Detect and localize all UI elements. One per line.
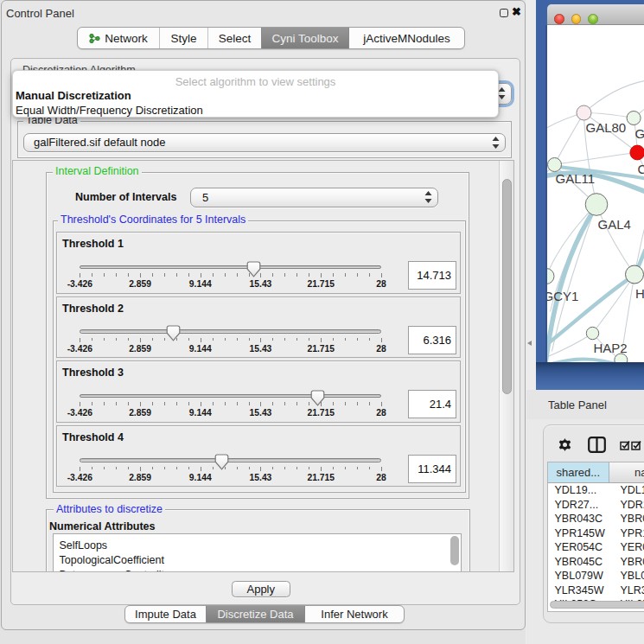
- tick-label: 2.859: [129, 473, 151, 482]
- node-table: shared... name YDL19...YDL19YDR27...YDR2…: [547, 462, 644, 613]
- node[interactable]: [614, 354, 627, 363]
- checkbox-icon[interactable]: [631, 440, 642, 450]
- minor-tick: [309, 273, 309, 277]
- table-row[interactable]: YBL079WYBL07: [548, 569, 644, 583]
- close-icon[interactable]: ✖: [512, 5, 521, 18]
- slider-track[interactable]: [80, 329, 381, 334]
- edge[interactable]: [596, 204, 634, 274]
- tab-network[interactable]: Network: [78, 28, 159, 48]
- number-of-intervals-combobox[interactable]: 5: [190, 188, 438, 207]
- tab-jactivemnodules[interactable]: jActiveMNodules: [348, 28, 464, 48]
- minor-tick: [188, 338, 189, 341]
- slider-track[interactable]: [80, 265, 381, 270]
- minor-tick: [213, 402, 214, 405]
- tab-discretize-data[interactable]: Discretize Data: [206, 606, 304, 622]
- network-window-titlebar[interactable]: [547, 4, 644, 25]
- minor-tick: [176, 467, 177, 470]
- table-row[interactable]: YPR145WYPR14: [548, 526, 644, 541]
- threshold-value-field[interactable]: 21.4: [408, 390, 456, 418]
- tab-cyni-toolbox[interactable]: Cyni Toolbox: [261, 28, 348, 48]
- GAL11-node[interactable]: [547, 157, 561, 171]
- minor-tick: [249, 338, 250, 341]
- minor-tick: [369, 467, 370, 470]
- minor-tick: [296, 273, 297, 277]
- minor-tick: [225, 338, 226, 341]
- H-node[interactable]: [625, 265, 643, 284]
- edge[interactable]: [554, 112, 583, 164]
- table-row[interactable]: YER054CYER05: [548, 540, 644, 555]
- node-label: GAL80: [585, 119, 626, 134]
- tick-label: 15.43: [250, 279, 272, 289]
- attribute-list-item[interactable]: BetweennessCentrality: [60, 567, 170, 572]
- column-header-name[interactable]: name: [609, 462, 644, 484]
- network-window-bottom-border: [536, 362, 644, 390]
- table-row[interactable]: YDR27...YDR27: [548, 498, 644, 513]
- slider-thumb[interactable]: [246, 261, 261, 277]
- zoom-light-green[interactable]: [588, 14, 598, 24]
- tick-label: 28: [376, 279, 386, 289]
- cell-name: YBL07: [612, 569, 644, 583]
- combo-arrows-icon: [498, 87, 506, 99]
- list-scrollbar-thumb[interactable]: [450, 536, 460, 565]
- attribute-list-item[interactable]: TopologicalCoefficient: [60, 552, 164, 567]
- tab-infer-network[interactable]: Infer Network: [304, 606, 404, 622]
- threshold-label: Threshold 3: [62, 367, 124, 379]
- attribute-list-item[interactable]: SelfLoops: [60, 538, 108, 552]
- edge[interactable]: [583, 80, 644, 112]
- minimize-light-yellow[interactable]: [571, 14, 582, 24]
- gear-icon[interactable]: [558, 438, 571, 451]
- tab-style[interactable]: Style: [159, 28, 207, 48]
- close-light-red[interactable]: [554, 14, 564, 24]
- minor-tick: [333, 338, 334, 341]
- cyni-mode-tabs: Impute DataDiscretize DataInfer Network: [124, 605, 405, 623]
- tick-label: 9.144: [189, 279, 212, 289]
- threshold-value-field[interactable]: 14.713: [408, 261, 456, 290]
- column-header-shared-name[interactable]: shared...: [548, 462, 609, 484]
- tab-label: Infer Network: [321, 608, 387, 621]
- tab-select[interactable]: Select: [207, 28, 261, 48]
- network-canvas[interactable]: GAL80GACGAL11GAL4GCY1HHAP2: [547, 25, 644, 363]
- GAL4-node[interactable]: [585, 193, 608, 215]
- dropdown-item-equal-width-frequency[interactable]: Equal Width/Frequency Discretization: [13, 102, 498, 118]
- GCY1-node[interactable]: [547, 268, 554, 284]
- numerical-attributes-list[interactable]: SelfLoopsTopologicalCoefficientBetweenne…: [53, 533, 462, 572]
- apply-button[interactable]: Apply: [232, 581, 290, 598]
- tab-impute-data[interactable]: Impute Data: [125, 606, 206, 622]
- major-tick: [321, 467, 322, 471]
- scrollbar-track[interactable]: [499, 161, 513, 571]
- slider-track[interactable]: [80, 458, 381, 462]
- horizontal-scrollbar-thumb[interactable]: [550, 601, 644, 609]
- checkbox-icon[interactable]: [620, 440, 631, 450]
- GA-node[interactable]: [627, 111, 641, 124]
- table-row[interactable]: YDL19...YDL19: [548, 483, 644, 498]
- splitter-collapse-icon[interactable]: [527, 341, 532, 346]
- red-node[interactable]: [629, 145, 644, 160]
- threshold-label: Threshold 4: [62, 431, 124, 443]
- minor-tick: [272, 467, 273, 470]
- GAL80-node[interactable]: [577, 105, 591, 120]
- minor-tick: [213, 273, 214, 277]
- dropdown-item-manual-discretization[interactable]: Manual Discretization: [13, 87, 498, 103]
- minor-tick: [345, 402, 346, 405]
- tab-label: Select: [219, 32, 252, 45]
- split-view-icon[interactable]: [588, 437, 606, 453]
- table-data-combobox[interactable]: galFiltered.sif default node: [23, 133, 506, 153]
- major-tick: [260, 338, 261, 342]
- slider-track[interactable]: [80, 394, 381, 399]
- threshold-value-field[interactable]: 11.344: [408, 455, 456, 483]
- slider-thumb[interactable]: [310, 390, 325, 406]
- float-window-icon[interactable]: [500, 9, 508, 17]
- minor-tick: [128, 338, 129, 341]
- HAP2-node[interactable]: [586, 327, 598, 339]
- minor-tick: [225, 273, 226, 277]
- table-row[interactable]: YBR045CYBR04: [548, 555, 644, 570]
- scrollbar-thumb[interactable]: [502, 179, 512, 394]
- table-row[interactable]: YBR043CYBR04: [548, 512, 644, 526]
- slider-thumb[interactable]: [214, 454, 229, 470]
- minor-tick: [296, 402, 297, 405]
- slider-thumb[interactable]: [166, 325, 181, 341]
- edge[interactable]: [554, 152, 637, 164]
- table-row[interactable]: YLR345WYLR34: [548, 583, 644, 598]
- threshold-value-field[interactable]: 6.316: [408, 326, 456, 354]
- combo-arrows-icon: [424, 191, 432, 203]
